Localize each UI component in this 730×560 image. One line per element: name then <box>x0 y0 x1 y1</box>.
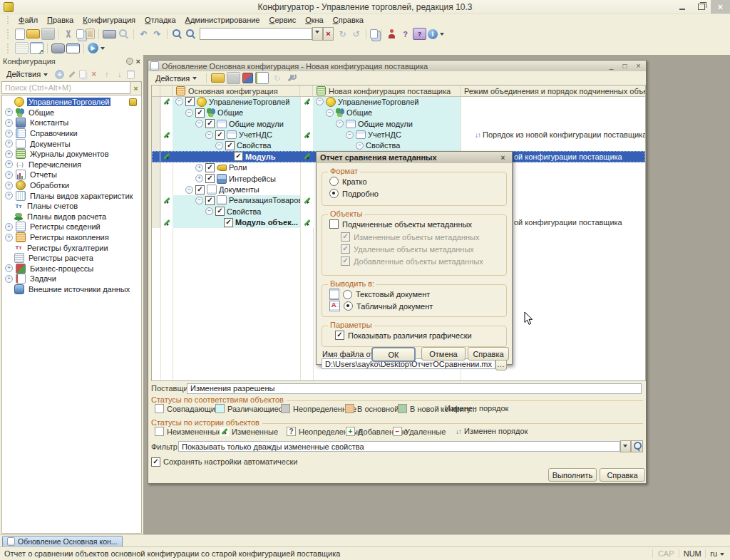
window-minimize-icon[interactable]: _ <box>606 62 617 70</box>
sidebar-item-18[interactable]: +Задачи <box>2 274 141 284</box>
save-icon[interactable] <box>41 28 55 40</box>
expand-icon[interactable]: + <box>5 130 13 138</box>
expand-icon[interactable]: + <box>5 192 13 199</box>
debug-options-icon[interactable] <box>101 47 105 52</box>
search-input[interactable] <box>1 81 130 94</box>
comparison-row[interactable]: −Общие модули−Общие модули <box>152 118 645 129</box>
expand-icon[interactable]: + <box>5 182 13 190</box>
include-checkbox[interactable] <box>205 174 215 183</box>
open-config-window-icon[interactable] <box>30 42 43 54</box>
dialog-titlebar[interactable]: Отчет сравнения метаданных × <box>317 152 512 163</box>
new-document-icon[interactable] <box>15 28 25 40</box>
expand-icon[interactable]: + <box>5 275 13 283</box>
radio-icon[interactable] <box>343 290 352 299</box>
compare-actions-button[interactable]: Действия <box>152 73 202 84</box>
menu-item-1[interactable]: Файл <box>14 15 42 25</box>
quick-search-combobox[interactable]: × <box>200 28 334 40</box>
open-icon[interactable] <box>211 73 225 83</box>
redo-icon[interactable]: ↷ <box>151 28 163 39</box>
ok-button[interactable]: ОК <box>371 347 416 362</box>
expand-icon[interactable]: − <box>356 142 364 150</box>
move-up-icon[interactable]: ↑ <box>101 69 112 79</box>
taskbar-tab[interactable]: Обновление Основная кон... <box>2 536 123 547</box>
save-icon[interactable] <box>227 72 240 84</box>
filter-dropdown-icon[interactable] <box>620 440 631 452</box>
autosave-checkbox[interactable] <box>151 457 160 467</box>
sidebar-item-6[interactable]: +Журналы документов <box>2 149 141 160</box>
close-button[interactable]: × <box>711 0 730 14</box>
open-icon[interactable] <box>26 29 40 38</box>
filter-combobox[interactable] <box>178 441 620 452</box>
menu-item-6[interactable]: Сервис <box>264 15 300 25</box>
expand-icon[interactable]: + <box>5 108 13 116</box>
expand-icon[interactable]: + <box>5 119 13 127</box>
comparison-row[interactable]: −Общие−Общие <box>152 108 645 118</box>
merge-mode-column-header[interactable]: Режим объединения и порядок подчиненных … <box>461 85 645 96</box>
sidebar-item-2[interactable]: +Общие <box>2 108 141 118</box>
dialog-close-icon[interactable]: × <box>498 154 508 162</box>
cut-icon[interactable] <box>63 28 75 39</box>
include-checkbox[interactable] <box>225 141 235 150</box>
include-checkbox[interactable] <box>185 97 195 106</box>
cancel-button[interactable]: Отмена <box>421 347 466 361</box>
help-contents-icon[interactable]: ? <box>413 28 426 40</box>
sidebar-item-19[interactable]: Внешние источники данных <box>2 284 141 295</box>
sort-icon[interactable] <box>127 70 135 79</box>
sidebar-item-10[interactable]: +Планы видов характеристик <box>2 190 141 201</box>
checkbox-icon[interactable] <box>329 219 339 229</box>
include-checkbox[interactable] <box>205 196 215 205</box>
actions-menu-button[interactable]: Действия <box>3 68 53 80</box>
include-checkbox[interactable] <box>234 152 243 161</box>
sidebar-item-3[interactable]: +Константы <box>2 118 141 128</box>
delete-icon[interactable]: × <box>88 69 99 79</box>
language-selector[interactable]: ru <box>705 549 730 558</box>
sidebar-item-17[interactable]: +Бизнес-процессы <box>2 264 141 274</box>
menu-item-2[interactable]: Правка <box>43 15 78 25</box>
move-down-icon[interactable]: ↓ <box>114 69 125 79</box>
supplier-config-column-header[interactable]: Новая конфигурация поставщика <box>313 85 461 96</box>
expand-icon[interactable]: − <box>215 142 223 150</box>
clear-icon[interactable]: × <box>323 27 334 41</box>
sidebar-item-13[interactable]: +Регистры сведений <box>2 222 141 232</box>
window-maximize-icon[interactable]: □ <box>620 62 630 70</box>
include-checkbox[interactable] <box>215 207 225 216</box>
window-close-icon[interactable]: × <box>633 62 644 70</box>
search-dropdown-icon[interactable] <box>312 27 323 41</box>
expand-icon[interactable]: − <box>316 98 324 105</box>
menu-item-5[interactable]: Администрирование <box>181 15 264 25</box>
expand-icon[interactable]: + <box>5 150 13 158</box>
sidebar-item-11[interactable]: Планы счетов <box>2 201 141 212</box>
include-checkbox[interactable] <box>195 185 205 195</box>
help-button[interactable]: Справка <box>468 347 509 361</box>
menu-item-3[interactable]: Конфигурация <box>78 15 140 25</box>
order-settings-icon[interactable] <box>255 72 269 84</box>
configure-icon[interactable] <box>285 73 297 83</box>
filter-search-icon[interactable] <box>631 440 643 452</box>
expand-icon[interactable]: + <box>5 234 13 242</box>
clone-icon[interactable] <box>79 70 86 78</box>
database-icon[interactable] <box>51 43 65 53</box>
expand-icon[interactable]: + <box>5 171 13 179</box>
refresh-icon[interactable]: ↻ <box>271 73 283 83</box>
expand-icon[interactable]: + <box>5 264 13 272</box>
radio-icon[interactable] <box>329 189 339 198</box>
print-icon[interactable] <box>103 30 116 38</box>
expand-icon[interactable]: − <box>195 120 203 128</box>
start-debugging-icon[interactable]: ▶ <box>88 43 98 53</box>
expand-icon[interactable]: + <box>5 140 13 147</box>
radio-icon[interactable] <box>329 177 339 186</box>
menu-item-4[interactable]: Отладка <box>140 15 180 25</box>
filter-settings-icon[interactable] <box>242 73 253 83</box>
add-icon[interactable]: + <box>55 70 64 79</box>
expand-icon[interactable]: − <box>185 186 193 194</box>
main-config-column-header[interactable]: Основная конфигурация <box>173 85 300 96</box>
toolbar-overflow-icon[interactable] <box>440 33 444 38</box>
expand-icon[interactable]: − <box>346 131 354 139</box>
expand-icon[interactable]: − <box>175 98 183 105</box>
include-checkbox[interactable] <box>195 108 205 118</box>
expand-icon[interactable]: − <box>205 131 213 139</box>
include-checkbox[interactable] <box>215 130 225 140</box>
zoom-icon[interactable] <box>185 28 197 39</box>
minimize-button[interactable] <box>672 0 692 14</box>
sidebar-item-5[interactable]: +Документы <box>2 138 141 149</box>
